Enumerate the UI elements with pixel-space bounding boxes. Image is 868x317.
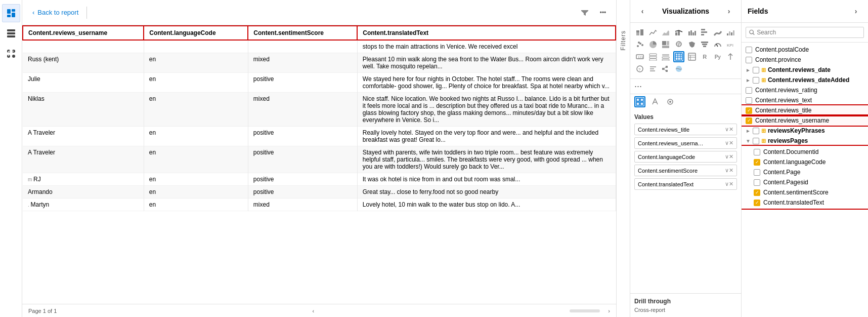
- cell-lang: en: [144, 53, 248, 73]
- value-item-2[interactable]: Content.reviews_userna… ∨ ✕: [634, 137, 737, 149]
- viz-funnel[interactable]: [699, 39, 710, 50]
- viz-filled-map[interactable]: [686, 39, 698, 50]
- field-reviews-text[interactable]: Content.reviews_text: [742, 95, 868, 105]
- viz-line-column[interactable]: [673, 27, 684, 38]
- more-options-btn[interactable]: •••: [596, 6, 610, 20]
- sidebar-report-icon[interactable]: [2, 4, 20, 22]
- value-item-3[interactable]: Content.languageCode ∨ ✕: [634, 151, 737, 163]
- filters-panel[interactable]: Filters: [616, 0, 630, 317]
- viz-key-influencers[interactable]: [725, 51, 736, 62]
- search-box[interactable]: [746, 27, 864, 38]
- svg-text:123: 123: [638, 56, 643, 59]
- field-reviews-rating[interactable]: Content.reviews_rating: [742, 85, 868, 95]
- field-group-reviews-dateadded[interactable]: ► ⊞ Content.reviews_dateAdded: [742, 75, 868, 85]
- filter-icon-btn[interactable]: [578, 6, 592, 20]
- viz-panel-next[interactable]: ›: [723, 5, 735, 17]
- back-chevron-icon: ‹: [32, 9, 34, 16]
- field-province[interactable]: Content.province: [742, 55, 868, 65]
- field-documentid[interactable]: Content.Documentid: [750, 147, 868, 157]
- viz-bar[interactable]: [699, 27, 710, 38]
- field-translatedtext[interactable]: Content.translatedText: [750, 197, 868, 208]
- viz-column[interactable]: [686, 27, 698, 38]
- build-format-icon[interactable]: [649, 96, 661, 107]
- viz-gauge[interactable]: [712, 39, 723, 50]
- field-postalcode-checkbox[interactable]: [746, 47, 752, 53]
- build-analytics-icon[interactable]: [665, 96, 676, 107]
- value-item-5[interactable]: Content.translatedText ∨ ✕: [634, 178, 737, 190]
- data-table-area[interactable]: Content.reviews_username Content.languag…: [22, 25, 616, 304]
- viz-stacked-bar[interactable]: [634, 27, 645, 38]
- field-group-reviews-pages[interactable]: ▼ ⊞ reviewsPages: [742, 136, 868, 146]
- field-province-checkbox[interactable]: [746, 57, 752, 63]
- viz-panel-prev[interactable]: ‹: [636, 5, 648, 17]
- field-page-checkbox[interactable]: [754, 169, 760, 176]
- value-close-1[interactable]: ✕: [729, 126, 733, 133]
- viz-matrix[interactable]: [686, 51, 698, 62]
- field-sentimentscore-checkbox[interactable]: [754, 189, 760, 196]
- back-to-report-button[interactable]: ‹ Back to report: [28, 7, 82, 18]
- cell-lang: en: [144, 93, 248, 127]
- value-close-4[interactable]: ✕: [729, 167, 733, 174]
- value-close-2[interactable]: ✕: [729, 140, 733, 146]
- field-group-reviews-date[interactable]: ► ⊞ Content.reviews_date: [742, 65, 868, 75]
- field-translatedtext-checkbox[interactable]: [754, 200, 760, 206]
- sidebar-table-icon[interactable]: [2, 24, 20, 43]
- value-expand-2[interactable]: ∨: [725, 140, 729, 146]
- value-item-4[interactable]: Content.sentimentScore ∨ ✕: [634, 165, 737, 176]
- viz-card[interactable]: 123: [634, 51, 645, 62]
- field-reviews-text-checkbox[interactable]: [746, 97, 752, 104]
- viz-ribbon[interactable]: [712, 27, 723, 38]
- viz-map[interactable]: [673, 39, 684, 50]
- field-reviews-dateadded-checkbox[interactable]: [753, 77, 759, 84]
- sidebar-model-icon[interactable]: [2, 45, 20, 63]
- viz-treemap[interactable]: [660, 39, 671, 50]
- viz-pie[interactable]: [647, 39, 659, 50]
- value-close-3[interactable]: ✕: [729, 153, 733, 160]
- filters-label[interactable]: Filters: [620, 30, 627, 51]
- field-postalcode[interactable]: Content.postalCode: [742, 45, 868, 55]
- viz-decomp-tree[interactable]: [660, 63, 671, 74]
- field-reviews-username[interactable]: Content.reviews_username: [742, 115, 868, 126]
- value-expand-1[interactable]: ∨: [725, 126, 729, 133]
- field-reviewspages-checkbox[interactable]: [753, 138, 759, 144]
- viz-smart-narrative[interactable]: [647, 63, 659, 74]
- viz-area[interactable]: [660, 27, 671, 38]
- field-page[interactable]: Content.Page: [750, 167, 868, 177]
- field-group-reviews-keyphrases[interactable]: ► ⊞ reviewsKeyPhrases: [742, 126, 868, 136]
- field-reviews-username-checkbox[interactable]: [746, 117, 752, 124]
- search-input[interactable]: [757, 29, 860, 36]
- viz-python[interactable]: Py: [712, 51, 723, 62]
- field-reviews-title[interactable]: Content.reviews_title: [742, 105, 868, 115]
- viz-kpi[interactable]: KPI: [725, 39, 736, 50]
- field-reviews-rating-checkbox[interactable]: [746, 87, 752, 94]
- field-pagesid[interactable]: Content.Pagesid: [750, 177, 868, 187]
- field-sentimentscore[interactable]: Content.sentimentScore: [750, 187, 868, 197]
- field-documentid-checkbox[interactable]: [754, 149, 760, 155]
- viz-r-visual[interactable]: R: [699, 51, 710, 62]
- viz-slicer[interactable]: [660, 51, 671, 62]
- scroll-right-icon[interactable]: ›: [608, 308, 610, 314]
- field-languagecode[interactable]: Content.languageCode: [750, 157, 868, 167]
- field-pagesid-checkbox[interactable]: [754, 179, 760, 186]
- viz-table[interactable]: [673, 51, 684, 62]
- field-keyphrases-checkbox[interactable]: [753, 128, 759, 134]
- viz-qa[interactable]: ?: [634, 63, 645, 74]
- viz-line[interactable]: [647, 27, 659, 38]
- value-item-1[interactable]: Content.reviews_title ∨ ✕: [634, 124, 737, 135]
- fields-panel-close[interactable]: ›: [850, 5, 862, 17]
- viz-arcgis[interactable]: [673, 63, 684, 74]
- field-languagecode-checkbox[interactable]: [754, 159, 760, 166]
- field-reviews-date-checkbox[interactable]: [753, 67, 759, 73]
- field-reviews-title-checkbox[interactable]: [746, 107, 752, 114]
- scroll-left-icon[interactable]: ‹: [312, 308, 314, 314]
- viz-multi-row-card[interactable]: [647, 51, 659, 62]
- build-fields-icon[interactable]: [634, 96, 645, 107]
- viz-more-btn[interactable]: ···: [630, 79, 741, 94]
- value-expand-3[interactable]: ∨: [725, 153, 729, 160]
- value-expand-4[interactable]: ∨: [725, 167, 729, 174]
- viz-waterfall[interactable]: [725, 27, 736, 38]
- viz-scatter[interactable]: [634, 39, 645, 50]
- horizontal-scrollbar[interactable]: [570, 309, 600, 312]
- value-close-5[interactable]: ✕: [729, 181, 733, 187]
- value-expand-5[interactable]: ∨: [725, 181, 729, 187]
